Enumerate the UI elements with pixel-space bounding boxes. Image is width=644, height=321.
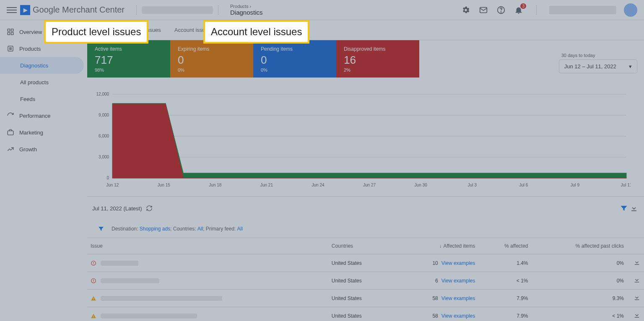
snapshot-row: Jul 11, 2022 (Latest): [87, 196, 644, 220]
sidebar-item-diagnostics[interactable]: Diagnostics: [0, 57, 84, 74]
sidebar-item-label: Performance: [19, 113, 50, 119]
divider: [136, 5, 137, 15]
issue-name-redacted[interactable]: [101, 278, 159, 283]
error-icon: [91, 278, 96, 284]
cell-pct: 1.4%: [478, 254, 531, 272]
status-card-active-items[interactable]: Active items71798%: [87, 40, 170, 78]
status-card-disapproved-items[interactable]: Disapproved items162%: [336, 40, 419, 78]
col-action: [627, 238, 644, 254]
svg-rect-38: [93, 316, 93, 317]
svg-text:Jun 18: Jun 18: [209, 183, 222, 187]
download-icon[interactable]: [629, 203, 639, 213]
warning-icon: [91, 313, 96, 319]
user-avatar[interactable]: [624, 3, 637, 17]
view-examples-link[interactable]: View examples: [441, 260, 475, 266]
help-icon[interactable]: [496, 5, 506, 15]
warning-icon: [91, 295, 96, 301]
sidebar-item-label: Products: [19, 46, 41, 52]
error-icon: [91, 260, 96, 266]
filter-summary-row: Destination: Shopping ads; Countries: Al…: [87, 220, 644, 238]
sidebar: OverviewProductsDiagnosticsAll productsF…: [0, 20, 84, 321]
refresh-icon[interactable]: [145, 205, 153, 212]
col-countries: Countries: [328, 238, 392, 254]
download-row-icon[interactable]: [633, 314, 641, 320]
card-percent: 0%: [261, 67, 329, 72]
notifications-icon[interactable]: 3: [514, 5, 524, 15]
sidebar-item-performance[interactable]: Performance: [0, 107, 84, 124]
status-card-expiring-items[interactable]: Expiring items00%: [170, 40, 253, 78]
card-label: Pending items: [261, 46, 329, 52]
col-issue: Issue: [87, 238, 328, 254]
trend-icon: [7, 145, 14, 153]
sidebar-item-label: Growth: [19, 146, 37, 153]
download-row-icon[interactable]: [633, 261, 641, 267]
table-row: United States58View examples7.9%9.3%: [87, 290, 644, 307]
svg-text:Jun 30: Jun 30: [415, 183, 428, 187]
date-range-area: 30 days to today Jun 12 – Jul 11, 2022 ▾: [559, 53, 637, 73]
merchant-center-logo: ▶: [20, 5, 30, 15]
hamburger-menu-button[interactable]: [7, 5, 17, 15]
issue-name-redacted[interactable]: [101, 261, 138, 266]
cell-affected: 58View examples: [392, 307, 478, 321]
settings-icon[interactable]: [461, 5, 471, 15]
table-row: United States10View examples1.4%0%: [87, 254, 644, 272]
sidebar-item-marketing[interactable]: Marketing: [0, 124, 84, 141]
download-row-icon[interactable]: [633, 297, 641, 303]
cell-past-pct: 0%: [532, 272, 627, 290]
sidebar-item-label: Overview: [19, 29, 42, 35]
breadcrumb: Products › Diagnostics: [230, 4, 263, 16]
col-affected-items[interactable]: ↓Affected items: [392, 238, 478, 254]
svg-rect-31: [93, 262, 93, 264]
svg-text:Jul 3: Jul 3: [468, 183, 477, 187]
sidebar-item-feeds[interactable]: Feeds: [0, 91, 84, 107]
issue-name-redacted[interactable]: [101, 296, 222, 301]
svg-rect-36: [93, 298, 93, 299]
filter-summary-text[interactable]: Destination: Shopping ads; Countries: Al…: [112, 226, 243, 232]
highlight-product-level-issues: Product level issues: [44, 20, 148, 44]
view-examples-link[interactable]: View examples: [441, 295, 475, 301]
view-examples-link[interactable]: View examples: [441, 313, 475, 319]
sidebar-item-growth[interactable]: Growth: [0, 141, 84, 158]
download-row-icon[interactable]: [633, 279, 641, 285]
svg-rect-32: [93, 264, 93, 264]
svg-text:9,000: 9,000: [99, 113, 109, 117]
refresh-icon: [7, 112, 14, 119]
sidebar-item-all-products[interactable]: All products: [0, 74, 84, 91]
mail-icon[interactable]: [478, 5, 488, 15]
date-range-picker[interactable]: Jun 12 – Jul 11, 2022 ▾: [559, 60, 637, 73]
card-value: 16: [344, 54, 412, 67]
dashboard-icon: [7, 28, 14, 36]
filter-icon[interactable]: [619, 203, 629, 213]
chevron-down-icon: ▾: [629, 63, 632, 70]
status-card-pending-items[interactable]: Pending items00%: [253, 40, 336, 78]
svg-rect-3: [8, 29, 10, 31]
svg-text:0: 0: [107, 176, 109, 180]
account-selector-redacted[interactable]: [549, 6, 616, 14]
date-hint: 30 days to today: [559, 53, 637, 58]
col--affected-past-clicks[interactable]: % affected past clicks: [532, 238, 627, 254]
issue-name-redacted[interactable]: [101, 313, 197, 318]
col--affected[interactable]: % affected: [478, 238, 531, 254]
briefcase-icon: [7, 129, 14, 136]
view-examples-link[interactable]: View examples: [441, 278, 475, 284]
card-percent: 0%: [178, 67, 246, 72]
list-icon: [7, 45, 14, 52]
card-label: Expiring items: [178, 46, 246, 52]
card-label: Disapproved items: [344, 46, 412, 52]
cell-affected: 6View examples: [392, 272, 478, 290]
cell-country: United States: [328, 290, 392, 307]
sidebar-item-label: Marketing: [19, 129, 43, 136]
card-value: 0: [261, 54, 329, 67]
snapshot-date-label: Jul 11, 2022 (Latest): [92, 205, 142, 212]
svg-text:Jun 24: Jun 24: [312, 183, 325, 187]
card-percent: 2%: [344, 67, 412, 72]
svg-text:Jun 12: Jun 12: [106, 183, 119, 187]
cell-pct: < 1%: [478, 272, 531, 290]
items-trend-chart: 12,0009,0006,0003,0000Jun 12Jun 15Jun 18…: [91, 90, 631, 191]
svg-rect-35: [93, 282, 93, 282]
issues-table: IssueCountries↓Affected items% affected%…: [87, 238, 644, 321]
svg-text:12,000: 12,000: [96, 92, 109, 96]
account-name-redacted: [142, 6, 213, 14]
card-label: Active items: [95, 46, 163, 52]
filter-icon[interactable]: [97, 225, 105, 233]
